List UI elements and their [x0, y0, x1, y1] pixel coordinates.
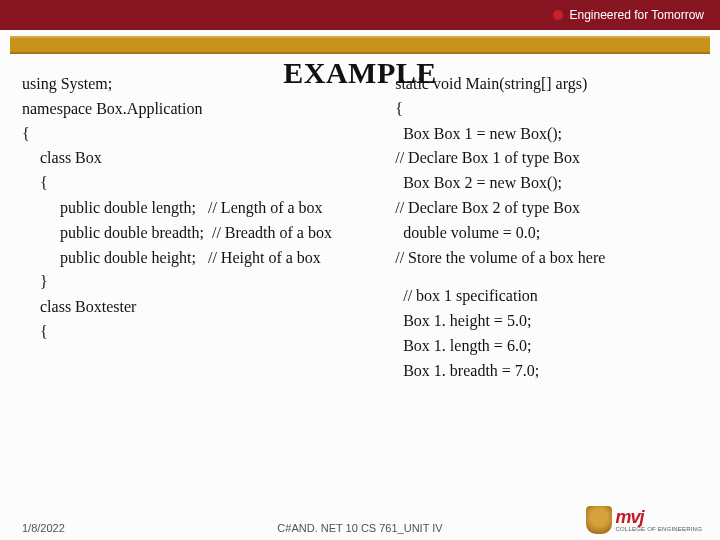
code-line: class Box [22, 146, 381, 171]
code-line: // Declare Box 2 of type Box [395, 196, 702, 221]
footer: 1/8/2022 C#AND. NET 10 CS 761_UNIT IV mv… [0, 506, 720, 534]
code-line: namespace Box.Application [22, 97, 381, 122]
code-line: public double height; // Height of a box [22, 246, 381, 271]
code-line: // Store the volume of a box here [395, 246, 702, 271]
code-line: { [22, 171, 381, 196]
code-line: { [22, 122, 381, 147]
code-line: class Boxtester [22, 295, 381, 320]
code-line: Box Box 2 = new Box(); [395, 171, 702, 196]
top-bar: Engineered for Tomorrow [0, 0, 720, 30]
spacer [395, 270, 702, 284]
code-line: using System; [22, 72, 381, 97]
code-column-left: using System; namespace Box.Application … [22, 72, 389, 384]
code-line: // box 1 specification [395, 284, 702, 309]
tagline-wrap: Engineered for Tomorrow [553, 8, 704, 22]
brand-dot-icon [553, 10, 563, 20]
accent-bar [10, 36, 710, 54]
footer-center-text: C#AND. NET 10 CS 761_UNIT IV [277, 522, 442, 534]
logo-sub-text: COLLEGE OF ENGINEERING [616, 526, 702, 532]
logo-main-text: mvj [616, 508, 702, 526]
code-line: Box 1. breadth = 7.0; [395, 359, 702, 384]
code-line: // Declare Box 1 of type Box [395, 146, 702, 171]
footer-date: 1/8/2022 [22, 522, 65, 534]
code-line: { [22, 320, 381, 345]
code-line: static void Main(string[] args) [395, 72, 702, 97]
footer-logo: mvj COLLEGE OF ENGINEERING [586, 506, 702, 534]
code-line: public double breadth; // Breadth of a b… [22, 221, 381, 246]
code-line: } [22, 270, 381, 295]
code-line: Box 1. height = 5.0; [395, 309, 702, 334]
crest-icon [586, 506, 612, 534]
tagline-text: Engineered for Tomorrow [569, 8, 704, 22]
code-line: Box 1. length = 6.0; [395, 334, 702, 359]
code-column-right: static void Main(string[] args) { Box Bo… [389, 72, 702, 384]
code-line: { [395, 97, 702, 122]
content-area: using System; namespace Box.Application … [0, 72, 720, 384]
code-line: double volume = 0.0; [395, 221, 702, 246]
logo-text: mvj COLLEGE OF ENGINEERING [616, 508, 702, 532]
code-line: Box Box 1 = new Box(); [395, 122, 702, 147]
code-line: public double length; // Length of a box [22, 196, 381, 221]
